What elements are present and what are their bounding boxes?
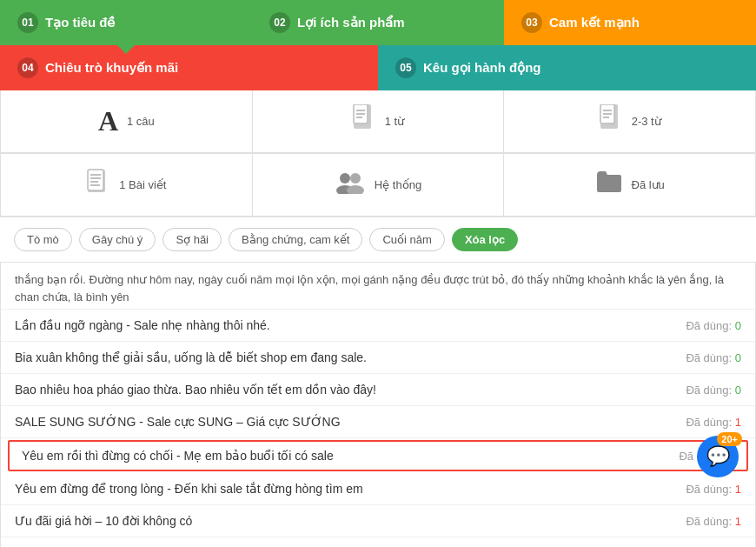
filter-saved-label: Đã lưu (632, 178, 665, 191)
article-icon (86, 168, 110, 202)
svg-rect-11 (88, 170, 103, 190)
tab-benefits[interactable]: 02 Lợi ích sản phẩm (252, 0, 504, 45)
tab-promotion[interactable]: 04 Chiêu trò khuyến mãi (0, 45, 378, 90)
item-text-0: Lần đầu ngỡ ngàng - Sale nhẹ nhàng thôi … (15, 318, 668, 332)
tab-label-5: Kêu gọi hành động (423, 60, 541, 76)
filter-article-label: 1 Bài viết (119, 178, 166, 191)
list-item[interactable]: Lần đầu ngỡ ngàng - Sale nhẹ nhàng thôi … (1, 310, 755, 342)
filter-oneword-label: 1 từ (385, 115, 404, 128)
item-text-3: SALE SUNG SƯỚNG - Sale cực SUNG – Giá cự… (15, 415, 668, 429)
item-text-4: Yêu em rồi thì đừng có chối - Mẹ em bảo … (22, 449, 661, 463)
doc-icon-1 (352, 104, 376, 138)
tag-proof[interactable]: Bằng chứng, cam kết (229, 228, 362, 251)
tag-attention[interactable]: Gây chú ý (79, 228, 156, 251)
item-used-6: Đã dùng: 1 (686, 515, 741, 528)
item-text-5: Yêu em đừng để trong lòng - Đến khi sale… (15, 482, 668, 496)
messenger-icon: 💬 (706, 445, 730, 468)
notification-count: 20+ (717, 432, 742, 446)
item-used-5: Đã dùng: 1 (686, 483, 741, 496)
tab-num-3: 03 (521, 12, 542, 33)
item-used-3: Đã dùng: 1 (686, 416, 741, 429)
filter-article[interactable]: 1 Bài viết (1, 154, 253, 217)
item-used-0: Đã dùng: 0 (686, 319, 741, 332)
filter-saved[interactable]: Đã lưu (504, 154, 755, 217)
filter-single-sentence[interactable]: A 1 câu (1, 90, 253, 153)
filter-twothree-label: 2-3 từ (632, 115, 661, 128)
svg-point-17 (350, 173, 361, 183)
notification-button[interactable]: 💬 20+ (697, 436, 739, 477)
filter-two-three-words[interactable]: 2-3 từ (504, 90, 755, 153)
filter-system[interactable]: Hệ thống (253, 154, 505, 217)
tab-num-4: 04 (17, 57, 38, 78)
item-text-2: Bao nhiêu hoa pháo giao thừa. Bao nhiêu … (15, 383, 668, 397)
tag-yearend[interactable]: Cuối năm (369, 228, 444, 251)
list-item[interactable]: Yêu em đừng để trong lòng - Đến khi sale… (1, 473, 755, 505)
nav-tabs: 01 Tạo tiêu đề 02 Lợi ích sản phẩm 03 Ca… (0, 0, 756, 45)
tags-row: Tò mò Gây chú ý Sợ hãi Bằng chứng, cam k… (0, 217, 756, 263)
tab-num-5: 05 (395, 57, 416, 78)
tab-create-title[interactable]: 01 Tạo tiêu đề (0, 0, 252, 45)
group-icon (335, 170, 366, 200)
nav-tabs-row2: 04 Chiêu trò khuyến mãi 05 Kêu gọi hành … (0, 45, 756, 90)
content-area: thắng bạn rồi. Đường như hôm nay, ngày c… (0, 263, 756, 547)
items-list: Lần đầu ngỡ ngàng - Sale nhẹ nhàng thôi … (1, 310, 755, 547)
filter-row-1: A 1 câu 1 từ 2-3 từ (0, 90, 756, 154)
main-container: 01 Tạo tiêu đề 02 Lợi ích sản phẩm 03 Ca… (0, 0, 756, 547)
tag-curious[interactable]: Tò mò (14, 228, 72, 251)
folder-icon (595, 170, 623, 200)
filter-sentence-label: 1 câu (127, 115, 155, 128)
tab-cta[interactable]: 05 Kêu gọi hành động (378, 45, 756, 90)
doc-icon-2 (599, 104, 623, 138)
list-item[interactable]: Lì xì thì màu đỏ - Bánh chưng màu xanh -… (1, 537, 755, 547)
letter-a-icon: A (98, 105, 118, 137)
list-item[interactable]: Bia xuân không thể giải sầu, uống là dễ … (1, 342, 755, 374)
note-row: thắng bạn rồi. Đường như hôm nay, ngày c… (1, 263, 755, 310)
tab-commitment[interactable]: 03 Cam kết mạnh (504, 0, 756, 45)
filter-one-word[interactable]: 1 từ (253, 90, 505, 153)
item-used-1: Đã dùng: 0 (686, 351, 741, 364)
item-text-1: Bia xuân không thể giải sầu, uống là dễ … (15, 350, 668, 364)
list-item[interactable]: Ưu đãi giá hời – 10 đời không có Đã dùng… (1, 505, 755, 537)
tag-fear[interactable]: Sợ hãi (162, 228, 222, 251)
tag-clear-filter[interactable]: Xóa lọc (452, 228, 518, 251)
tab-label-1: Tạo tiêu đề (45, 15, 116, 30)
tab-label-3: Cam kết mạnh (549, 15, 640, 30)
list-item[interactable]: Yêu em rồi thì đừng có chối - Mẹ em bảo … (8, 440, 748, 471)
tab-num-2: 02 (269, 12, 290, 33)
list-item[interactable]: Bao nhiêu hoa pháo giao thừa. Bao nhiêu … (1, 374, 755, 406)
tab-label-4: Chiêu trò khuyến mãi (45, 60, 178, 76)
filter-system-label: Hệ thống (375, 178, 421, 191)
item-text-6: Ưu đãi giá hời – 10 đời không có (15, 514, 668, 528)
tab-num-1: 01 (17, 12, 38, 33)
svg-point-16 (340, 173, 350, 183)
tab-label-2: Lợi ích sản phẩm (297, 15, 405, 30)
item-used-2: Đã dùng: 0 (686, 384, 741, 397)
filter-row-2: 1 Bài viết Hệ thống Đã lưu (0, 154, 756, 217)
list-item[interactable]: SALE SUNG SƯỚNG - Sale cực SUNG – Giá cự… (1, 406, 755, 438)
